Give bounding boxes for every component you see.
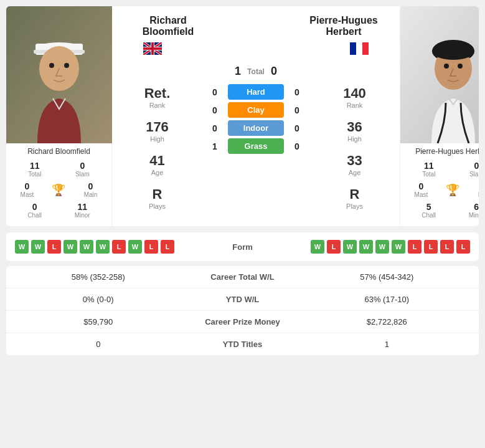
form-badge-w: W bbox=[359, 240, 373, 254]
form-section: WWLWWWLWLL Form WLWWWWLLLL bbox=[6, 232, 479, 261]
clay-btn[interactable]: Clay bbox=[228, 102, 284, 118]
career-wl-label: Career Total W/L bbox=[181, 272, 305, 282]
ytd-wl-left: 0% (0-0) bbox=[16, 295, 181, 304]
left-form-badges: WWLWWWLWLL bbox=[15, 240, 174, 254]
right-stats-total-slam: 11 Total 0 Slam bbox=[400, 160, 479, 180]
left-age-block: 41 Age bbox=[118, 153, 196, 176]
left-stats-col: Ret. Rank 176 High 41 Age R Plays bbox=[112, 79, 202, 220]
total-label: Total bbox=[247, 67, 265, 76]
prize-label: Career Prize Money bbox=[181, 317, 305, 326]
left-slam: 0 Slam bbox=[75, 161, 90, 178]
form-badge-w: W bbox=[96, 240, 110, 254]
form-badge-l: L bbox=[408, 240, 421, 254]
svg-point-5 bbox=[49, 63, 54, 68]
indoor-right-score: 0 bbox=[288, 123, 306, 133]
form-badge-l: L bbox=[47, 240, 61, 254]
right-slam: 0 Slam bbox=[469, 161, 479, 178]
stats-surfaces-wrapper: Ret. Rank 176 High 41 Age R Plays bbox=[112, 79, 400, 226]
left-total: 11 Total bbox=[28, 161, 41, 178]
left-chall-minor: 0 Chall 11 Minor bbox=[6, 201, 111, 222]
right-rank-block: 140 Rank bbox=[316, 85, 393, 109]
svg-rect-10 bbox=[362, 42, 369, 55]
left-minor: 11 Minor bbox=[75, 202, 90, 219]
form-badge-w: W bbox=[392, 240, 405, 254]
right-total: 11 Total bbox=[422, 161, 435, 178]
right-chall: 5 Chall bbox=[421, 202, 436, 219]
titles-label: YTD Titles bbox=[181, 340, 305, 349]
form-badge-w: W bbox=[375, 240, 389, 254]
left-trophy-icon: 🏆 bbox=[52, 183, 65, 197]
indoor-btn[interactable]: Indoor bbox=[228, 120, 284, 136]
right-chall-minor: 5 Chall 6 Minor bbox=[400, 201, 479, 222]
right-form-badges: WLWWWWLLLL bbox=[311, 240, 470, 254]
hard-btn[interactable]: Hard bbox=[228, 84, 284, 100]
career-wl-left: 58% (352-258) bbox=[16, 272, 181, 282]
form-badge-l: L bbox=[424, 240, 438, 254]
form-badge-w: W bbox=[343, 240, 357, 254]
indoor-left-score: 0 bbox=[205, 123, 224, 133]
left-chall: 0 Chall bbox=[27, 202, 42, 219]
form-badge-l: L bbox=[144, 240, 158, 254]
form-badge-w: W bbox=[311, 240, 324, 254]
left-flag bbox=[143, 42, 162, 55]
left-name-header: RichardBloomfield bbox=[131, 15, 205, 37]
prize-right: $2,722,826 bbox=[305, 317, 469, 326]
career-wl-right: 57% (454-342) bbox=[305, 272, 469, 282]
titles-left: 0 bbox=[16, 340, 181, 349]
form-badge-l: L bbox=[112, 240, 126, 254]
svg-rect-9 bbox=[356, 42, 362, 55]
stats-table: 58% (352-258) Career Total W/L 57% (454-… bbox=[6, 266, 479, 355]
comparison-card: Richard Bloomfield 11 Total 0 Slam 0 Mas… bbox=[6, 6, 479, 226]
grass-btn[interactable]: Grass bbox=[228, 138, 284, 154]
right-flag bbox=[350, 42, 369, 55]
career-wl-row: 58% (352-258) Career Total W/L 57% (454-… bbox=[6, 266, 479, 288]
main-container: Richard Bloomfield 11 Total 0 Slam 0 Mas… bbox=[0, 0, 485, 361]
grass-row: 1 Grass 0 bbox=[205, 138, 306, 154]
svg-point-14 bbox=[432, 42, 474, 60]
left-player-photo bbox=[6, 6, 112, 143]
ytd-wl-right: 63% (17-10) bbox=[305, 295, 469, 304]
form-badge-l: L bbox=[456, 240, 470, 254]
grass-right-score: 0 bbox=[288, 141, 306, 151]
left-trophy-row: 0 Mast 🏆 0 Main bbox=[6, 180, 111, 201]
ytd-wl-label: YTD W/L bbox=[181, 295, 305, 304]
right-minor: 6 Minor bbox=[469, 202, 479, 219]
svg-rect-8 bbox=[350, 42, 356, 55]
right-player-panel: Pierre-Hugues Herbert 11 Total 0 Slam 0 … bbox=[400, 6, 479, 226]
titles-row: 0 YTD Titles 1 bbox=[6, 333, 479, 355]
surfaces-col: 0 Hard 0 0 Clay 0 0 Indoor 0 bbox=[202, 79, 309, 220]
right-stats-col: 140 Rank 36 High 33 Age R Plays bbox=[309, 79, 400, 220]
right-trophy-row: 0 Mast 🏆 0 Main bbox=[400, 180, 479, 201]
left-stats-total-slam: 11 Total 0 Slam bbox=[6, 160, 111, 180]
right-trophy-icon: 🏆 bbox=[446, 183, 459, 197]
player-names-header: RichardBloomfield Pierre-HuguesHerbert bbox=[112, 6, 400, 42]
left-plays-block: R Plays bbox=[118, 186, 196, 210]
right-score: 0 bbox=[271, 65, 277, 78]
flags-row bbox=[112, 42, 400, 61]
grass-left-score: 1 bbox=[205, 141, 224, 151]
form-row: WWLWWWLWLL Form WLWWWWLLLL bbox=[15, 240, 470, 254]
right-high-block: 36 High bbox=[316, 119, 393, 143]
left-player-panel: Richard Bloomfield 11 Total 0 Slam 0 Mas… bbox=[6, 6, 112, 226]
hard-left-score: 0 bbox=[205, 87, 224, 97]
left-rank-block: Ret. Rank bbox=[118, 85, 196, 109]
ytd-wl-row: 0% (0-0) YTD W/L 63% (17-10) bbox=[6, 288, 479, 311]
titles-right: 1 bbox=[305, 340, 469, 349]
svg-point-6 bbox=[64, 63, 69, 68]
right-age-block: 33 Age bbox=[316, 153, 393, 176]
right-main: 0 Main bbox=[478, 181, 479, 198]
form-badge-w: W bbox=[15, 240, 29, 254]
right-player-name: Pierre-Hugues Herbert bbox=[400, 143, 479, 160]
prize-left: $59,790 bbox=[16, 317, 181, 326]
form-badge-w: W bbox=[64, 240, 77, 254]
svg-point-15 bbox=[444, 64, 449, 69]
center-panel: RichardBloomfield Pierre-HuguesHerbert bbox=[112, 6, 400, 226]
left-mast: 0 Mast bbox=[21, 181, 34, 198]
form-badge-w: W bbox=[80, 240, 93, 254]
form-badge-w: W bbox=[31, 240, 45, 254]
prize-row: $59,790 Career Prize Money $2,722,826 bbox=[6, 311, 479, 333]
clay-left-score: 0 bbox=[205, 105, 224, 115]
right-name-header: Pierre-HuguesHerbert bbox=[306, 15, 381, 37]
left-player-name: Richard Bloomfield bbox=[6, 143, 111, 160]
clay-right-score: 0 bbox=[288, 105, 306, 115]
